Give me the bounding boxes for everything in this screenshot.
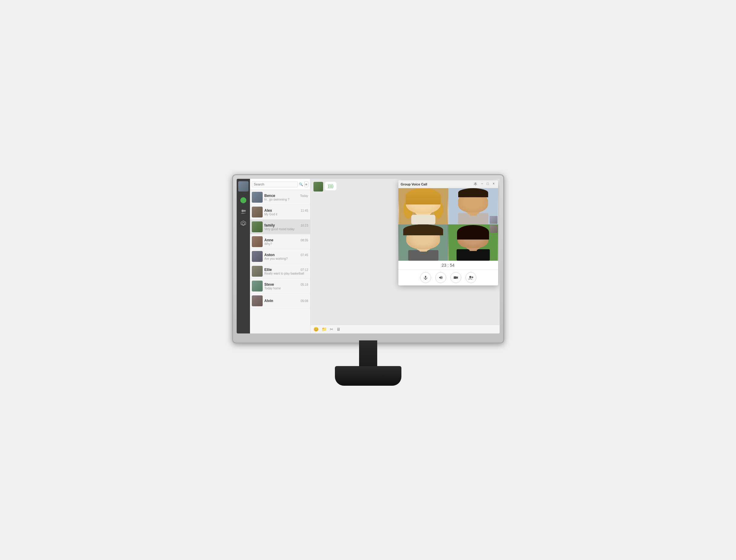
contact-info-aston: Aston 07:45 Are you working? [264,253,308,260]
pin-button[interactable]: 本 [473,182,478,187]
shop-icon [240,220,246,226]
contact-item-bence[interactable]: Bence Today hi , go swimming ? [250,190,310,205]
minimize-button[interactable]: − [480,182,484,187]
video-icon [454,276,458,279]
avatar-aston [252,251,263,262]
svg-point-15 [463,193,483,215]
svg-point-10 [403,200,413,218]
svg-rect-29 [412,229,434,233]
screen-share-button[interactable]: 🖥 [336,327,340,332]
monitor-base [335,366,402,386]
avatar-anne [252,236,263,247]
mic-icon [424,275,428,280]
contact-item-alex[interactable]: Alex 11:45 My God it [250,205,310,220]
user-avatar[interactable] [238,181,248,191]
svg-point-27 [412,227,434,252]
chat-icon [240,197,246,203]
svg-rect-30 [416,237,424,243]
contact-item-steve[interactable]: Steve 05:18 Today home [250,279,310,294]
voice-call-window: Group Voice Call 本 − □ × [399,180,498,285]
search-bar: 🔍 + [250,179,310,190]
svg-marker-3 [242,222,244,225]
svg-marker-51 [457,276,458,279]
chat-toolbar: 😊 📁 ✂ 🖥 [310,325,500,333]
contact-info-steve: Steve 05:18 Today home [264,282,308,290]
participant-3-video [399,224,448,261]
contact-time: 05:08 [300,299,308,303]
call-window-controls: 本 − □ × [473,182,496,187]
svg-rect-31 [425,237,434,243]
mute-mic-button[interactable] [420,272,431,283]
svg-point-21 [477,204,479,205]
contact-preview: Really want to play basketball [264,272,308,275]
add-person-icon [469,275,473,280]
contact-preview: hi , go swimming ? [264,198,308,201]
add-contact-button[interactable]: + [304,181,308,187]
svg-point-20 [475,201,479,204]
participant-1-video [399,188,448,224]
monitor: 🔍 + Bence Today hi , go [232,174,504,386]
call-timer: 23 : 54 [399,261,498,269]
svg-point-16 [463,189,483,200]
svg-line-18 [475,199,479,200]
svg-point-0 [241,210,244,212]
contact-item-aston[interactable]: Aston 07:45 Are you working? [250,249,310,264]
avatar-steve [252,281,263,291]
close-button[interactable]: × [492,182,496,187]
contact-info-family: family 10:23 Very good mood today [264,223,308,231]
svg-line-17 [467,199,471,200]
participant-1-svg [399,188,448,224]
chat-area: )))) In Gu conta oh 😊 📁 [310,179,500,333]
audio-wave-icon: )))) [328,184,334,188]
avatar-ellie [252,266,263,277]
svg-point-8 [426,203,429,205]
add-participant-button[interactable] [466,272,476,283]
participant-1 [399,188,448,224]
contact-item-anne[interactable]: Anne 08:35 Why? [250,234,310,249]
avatar-alvin [252,295,263,306]
search-icon[interactable]: 🔍 [299,182,303,186]
contact-list: 🔍 + Bence Today hi , go [250,179,310,333]
contact-preview: Very good mood today [264,227,308,231]
avatar-family [252,221,263,232]
svg-line-43 [476,235,480,235]
folder-button[interactable]: 📁 [321,327,327,332]
monitor-bezel: 🔍 + Bence Today hi , go [232,174,504,343]
contact-item-ellie[interactable]: Ellie 07:12 Really want to play basketba… [250,264,310,279]
contacts-icon [240,209,246,214]
svg-point-45 [476,236,479,239]
svg-point-40 [481,237,486,244]
avatar-alex [252,207,263,217]
thumbnail-2 [490,225,498,233]
svg-rect-46 [425,276,426,278]
contact-name: Bence [264,194,275,198]
call-participant-grid [399,188,498,261]
speaker-button[interactable] [435,272,446,283]
contact-name: Aston [264,253,275,257]
contact-info-ellie: Ellie 07:12 Really want to play basketba… [264,268,308,275]
svg-point-52 [469,276,471,278]
search-input[interactable] [252,181,298,187]
svg-line-42 [467,235,471,235]
svg-point-23 [482,204,484,205]
sidebar [237,179,250,333]
svg-point-34 [428,239,431,241]
contact-name: Alvin [264,299,273,303]
restore-button[interactable]: □ [486,182,490,187]
emoji-button[interactable]: 😊 [313,327,318,332]
contact-time: 05:18 [300,283,308,286]
sidebar-item-shop[interactable] [238,218,248,228]
contact-item-family[interactable]: family 10:23 Very good mood today [250,220,310,234]
contact-time: 07:12 [300,268,308,272]
scissors-button[interactable]: ✂ [330,327,333,332]
sidebar-item-contacts[interactable] [238,207,248,217]
msg-avatar [313,182,323,191]
video-button[interactable] [450,272,461,283]
contact-item-alvin[interactable]: Alvin 05:08 [250,294,310,308]
sidebar-item-chat[interactable] [238,195,248,205]
contact-name: Anne [264,238,273,242]
call-actions [399,269,498,285]
contact-time: 10:23 [300,224,308,227]
audio-bubble[interactable]: )))) [325,182,337,190]
timer-display: 23 : 54 [442,263,455,268]
